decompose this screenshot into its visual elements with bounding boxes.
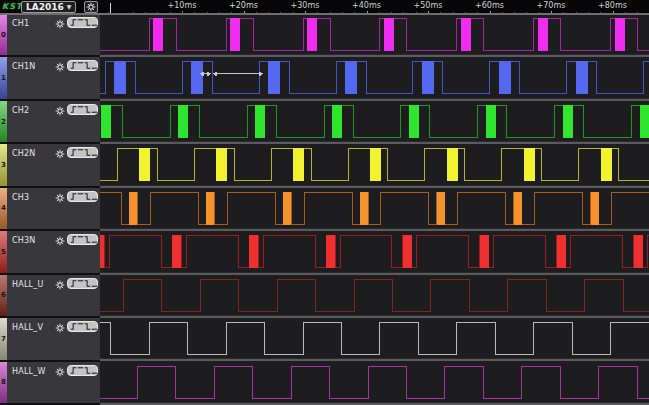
channel-settings-button[interactable] bbox=[54, 278, 66, 289]
waveform-ch1[interactable] bbox=[100, 14, 649, 54]
trigger-low-level-button[interactable] bbox=[91, 148, 98, 157]
rising-edge-icon bbox=[70, 321, 77, 332]
waveform-hall_v[interactable] bbox=[100, 318, 649, 358]
header-divider bbox=[0, 13, 649, 15]
channel-settings-button[interactable] bbox=[54, 234, 66, 245]
trigger-rising-edge-button[interactable] bbox=[70, 366, 77, 375]
channel-number: 5 bbox=[0, 248, 7, 256]
pwm-burst bbox=[461, 18, 471, 50]
waveform-hall_u[interactable] bbox=[100, 275, 649, 315]
trigger-high-level-button[interactable] bbox=[77, 322, 84, 331]
high-level-icon bbox=[77, 104, 84, 115]
trigger-rising-edge-button[interactable] bbox=[70, 148, 77, 157]
trigger-low-level-button[interactable] bbox=[91, 366, 98, 375]
arrowhead-right-icon bbox=[259, 72, 263, 77]
waveform-ch2[interactable] bbox=[100, 101, 649, 141]
channel-number: 4 bbox=[0, 204, 7, 212]
arrowhead-right-icon bbox=[207, 72, 211, 77]
trigger-falling-edge-button[interactable] bbox=[84, 192, 91, 201]
channel-settings-button[interactable] bbox=[54, 191, 66, 202]
falling-edge-icon bbox=[84, 278, 91, 289]
timeline-label: +40ms bbox=[352, 1, 381, 10]
trigger-falling-edge-button[interactable] bbox=[84, 322, 91, 331]
trigger-rising-edge-button[interactable] bbox=[70, 18, 77, 27]
pwm-burst bbox=[255, 105, 265, 137]
pwm-burst bbox=[178, 105, 188, 137]
trigger-falling-edge-button[interactable] bbox=[84, 235, 91, 244]
gear-icon bbox=[55, 367, 65, 377]
channel-row-hall_w[interactable]: 8HALL_W bbox=[0, 362, 100, 405]
gear-icon bbox=[55, 280, 65, 290]
trigger-high-level-button[interactable] bbox=[77, 235, 84, 244]
channel-settings-button[interactable] bbox=[54, 147, 66, 158]
timeline-ruler[interactable]: +10ms+20ms+30ms+40ms+50ms+60ms+70ms+80ms bbox=[100, 0, 649, 14]
trigger-low-level-button[interactable] bbox=[91, 192, 98, 201]
channel-settings-button[interactable] bbox=[54, 321, 66, 332]
trigger-mode-group bbox=[67, 365, 98, 376]
gear-icon bbox=[55, 193, 65, 203]
pwm-burst bbox=[634, 236, 643, 268]
pwm-burst bbox=[591, 192, 599, 224]
waveform-hall_w[interactable] bbox=[100, 362, 649, 402]
low-level-icon bbox=[91, 278, 98, 289]
low-level-icon bbox=[91, 191, 98, 202]
low-level-icon bbox=[91, 17, 98, 28]
device-selector-button[interactable]: LA2016 ▼ bbox=[21, 1, 76, 13]
channel-settings-button[interactable] bbox=[54, 60, 66, 71]
trigger-high-level-button[interactable] bbox=[77, 148, 84, 157]
channel-row-ch2n[interactable]: 3CH2N bbox=[0, 144, 100, 187]
falling-edge-icon bbox=[84, 60, 91, 71]
trigger-rising-edge-button[interactable] bbox=[70, 279, 77, 288]
trigger-low-level-button[interactable] bbox=[91, 322, 98, 331]
digital-waveform bbox=[100, 144, 649, 184]
trigger-low-level-button[interactable] bbox=[91, 105, 98, 114]
trigger-rising-edge-button[interactable] bbox=[70, 322, 77, 331]
trigger-high-level-button[interactable] bbox=[77, 366, 84, 375]
trigger-falling-edge-button[interactable] bbox=[84, 18, 91, 27]
trigger-rising-edge-button[interactable] bbox=[70, 61, 77, 70]
trigger-falling-edge-button[interactable] bbox=[84, 61, 91, 70]
trigger-falling-edge-button[interactable] bbox=[84, 148, 91, 157]
channel-settings-button[interactable] bbox=[54, 104, 66, 115]
pwm-burst bbox=[307, 18, 317, 50]
channel-row-hall_u[interactable]: 6HALL_U bbox=[0, 275, 100, 318]
trigger-low-level-button[interactable] bbox=[91, 279, 98, 288]
trigger-low-level-button[interactable] bbox=[91, 235, 98, 244]
trigger-rising-edge-button[interactable] bbox=[70, 105, 77, 114]
channel-row-ch1[interactable]: 0CH1 bbox=[0, 14, 100, 57]
trigger-high-level-button[interactable] bbox=[77, 192, 84, 201]
channel-row-ch2[interactable]: 2CH2 bbox=[0, 101, 100, 144]
trigger-low-level-button[interactable] bbox=[91, 61, 98, 70]
trigger-rising-edge-button[interactable] bbox=[70, 235, 77, 244]
channel-row-ch3[interactable]: 4CH3 bbox=[0, 188, 100, 231]
trigger-high-level-button[interactable] bbox=[77, 105, 84, 114]
trigger-falling-edge-button[interactable] bbox=[84, 279, 91, 288]
channel-row-ch1n[interactable]: 1CH1N bbox=[0, 57, 100, 100]
waveform-ch3[interactable] bbox=[100, 188, 649, 228]
timeline-label: +20ms bbox=[229, 1, 258, 10]
channel-name-label: HALL_U bbox=[12, 280, 43, 289]
settings-button[interactable] bbox=[84, 1, 98, 13]
gear-icon bbox=[55, 19, 65, 29]
waveform-ch2n[interactable] bbox=[100, 144, 649, 184]
trigger-high-level-button[interactable] bbox=[77, 18, 84, 27]
trigger-high-level-button[interactable] bbox=[77, 61, 84, 70]
channel-settings-button[interactable] bbox=[54, 365, 66, 376]
trigger-rising-edge-button[interactable] bbox=[70, 192, 77, 201]
trigger-high-level-button[interactable] bbox=[77, 279, 84, 288]
pwm-burst bbox=[100, 236, 104, 268]
trigger-low-level-button[interactable] bbox=[91, 18, 98, 27]
pwm-burst bbox=[326, 236, 335, 268]
channel-settings-button[interactable] bbox=[54, 17, 66, 28]
waveform-ch1n[interactable] bbox=[100, 57, 649, 97]
pwm-burst bbox=[345, 62, 357, 94]
waveform-ch3n[interactable] bbox=[100, 231, 649, 271]
channel-row-ch3n[interactable]: 5CH3N bbox=[0, 231, 100, 274]
digital-waveform bbox=[100, 14, 649, 54]
trigger-falling-edge-button[interactable] bbox=[84, 366, 91, 375]
pwm-burst bbox=[514, 192, 522, 224]
channel-row-hall_v[interactable]: 7HALL_V bbox=[0, 318, 100, 361]
trigger-falling-edge-button[interactable] bbox=[84, 105, 91, 114]
low-level-icon bbox=[91, 104, 98, 115]
high-level-icon bbox=[77, 191, 84, 202]
